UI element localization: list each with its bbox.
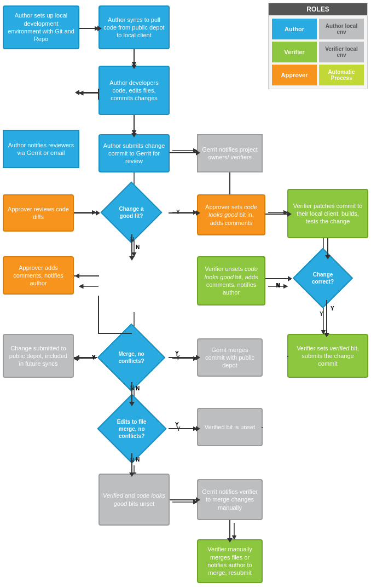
label-y-d3-r: Y [175, 350, 179, 356]
conn-n15-loop [262, 427, 263, 428]
label-n-d2-h: N [276, 283, 280, 289]
node-verifier-manual-merge: Verifier manually merges files or notifi… [197, 539, 263, 583]
role-verifier-local: Verifier local env [319, 42, 364, 62]
node-gerrit-notifies-verifier: Gerrit notifies verifier to merge change… [197, 479, 263, 520]
arrow-row4-n10 [75, 273, 79, 279]
label-n-d1-v: N [136, 244, 140, 250]
role-author-local: Author local env [319, 19, 364, 39]
conn-d1-down [131, 234, 132, 257]
node-verified-unset: Verified bit is unset [197, 408, 263, 446]
roles-title: ROLES [269, 3, 367, 15]
node-author-notify: Author notifies reviewers via Gerrit or … [3, 130, 79, 168]
node-author-dev: Author developers code, edits files, com… [98, 66, 170, 115]
conn-n5-n6 [170, 152, 197, 153]
role-auto-process: Automatic Process [319, 65, 364, 85]
conn-n9-n11 [327, 238, 328, 256]
arrow-n7-d1 [96, 210, 100, 216]
conn-n3-n4-v [98, 89, 99, 100]
role-author: Author [272, 19, 317, 39]
label-y-d2-v: Y [331, 305, 334, 312]
arrow-n2-n3 [131, 65, 137, 69]
node-bits-unset: Verified and code looks good bits unset [98, 474, 170, 526]
arrow-d2-n14 [324, 333, 329, 337]
conn-d4-n15 [169, 428, 197, 429]
node-author-submit: Author submits change commit to Gerrit f… [98, 134, 170, 172]
arrow-d3-n12 [75, 355, 79, 360]
arrow-n1-n2 [97, 26, 102, 31]
conn-n17-n18 [229, 520, 230, 539]
node-approver-reviews: Approver reviews code diffs [3, 194, 74, 232]
arrow-d3-d4 [129, 402, 135, 406]
label-y-d4-r: Y [175, 422, 179, 428]
node-approver-sets: Approver sets code looks good bit in, ad… [197, 194, 265, 235]
conn-junction [98, 275, 99, 276]
conn-d2-n14 [326, 300, 327, 334]
arrow-n16-n17 [196, 497, 200, 503]
connector-n1-n2 [79, 28, 98, 29]
arrow-d1-down [129, 256, 135, 261]
conn-n6-down [229, 172, 230, 194]
node-change-submitted: Change submitted to public depot, includ… [3, 334, 74, 378]
arrow-n17-n18 [227, 538, 233, 543]
conn-n3-n4-h [79, 92, 98, 93]
arrow-d1-n8 [196, 210, 200, 216]
arrow-d4-n16 [129, 472, 135, 477]
conn-n8-n9 [265, 214, 288, 215]
node-verifier-unsets: Verifier unsets code looks good bit, add… [197, 256, 265, 305]
arrow-n3-n5 [131, 133, 137, 137]
arrow-n8-n9 [287, 211, 292, 217]
arrow-n11-d2 [288, 276, 292, 281]
conn-n7-d1 [74, 212, 97, 214]
arrow-n9-n11 [325, 255, 331, 260]
conn-n14-merge [287, 356, 288, 357]
arrow-d3-n13 [196, 355, 200, 360]
roles-grid: Author Author local env Verifier Verifie… [269, 15, 367, 89]
arrow-n3-n4 [75, 90, 79, 95]
node-approver-adds: Approver adds comments, notifies author [3, 256, 74, 295]
conn-d3-d4 [131, 382, 132, 403]
node-author-setup: Author sets up local development environ… [3, 5, 79, 49]
node-verifier-patches: Verifier patches commit to their local c… [287, 189, 368, 238]
role-approver: Approver [272, 65, 317, 85]
role-verifier: Verifier [272, 42, 317, 62]
label-n-d3-v: N [136, 385, 140, 391]
conn-n2-n3 [134, 49, 135, 66]
node-gerrit-notify: Gerrit notifies project owners/ verifier… [197, 134, 263, 172]
conn-d3-n13 [169, 357, 197, 358]
conn-n3-n5 [134, 115, 135, 134]
conn-n16-n17 [170, 499, 197, 500]
roles-legend: ROLES Author Author local env Verifier V… [268, 3, 368, 89]
conn-row4-d3 [98, 296, 99, 333]
node-author-sync: Author syncs to pull code from public de… [98, 5, 170, 49]
label-y-d2: Y [320, 311, 323, 317]
conn-row4-d3-h [98, 333, 132, 334]
node-verifier-sets-verified: Verifier sets verified bit, submits the … [287, 334, 368, 378]
arrow-d4-n15 [196, 426, 200, 431]
diamond-merge: Merge, no conflicts? [96, 333, 167, 382]
conn-n11-d2 [265, 278, 289, 279]
conn-d1-n8 [169, 212, 197, 214]
node-gerrit-merges: Gerrit merges commit with public depot [197, 338, 263, 377]
arrow-n5-n6 [196, 150, 200, 155]
diamond-good-fit: Change a good fit? [96, 191, 167, 234]
label-n-d4-v: N [136, 457, 140, 463]
diagram-container: ROLES Author Author local env Verifier V… [0, 0, 371, 588]
conn-d4-n16 [131, 453, 132, 474]
label-y-d3-l: Y [92, 354, 96, 360]
diamond-change-correct: Change correct? [290, 256, 356, 300]
diamond-edits-merge: Edits to file merge, no conflicts? [96, 402, 168, 454]
